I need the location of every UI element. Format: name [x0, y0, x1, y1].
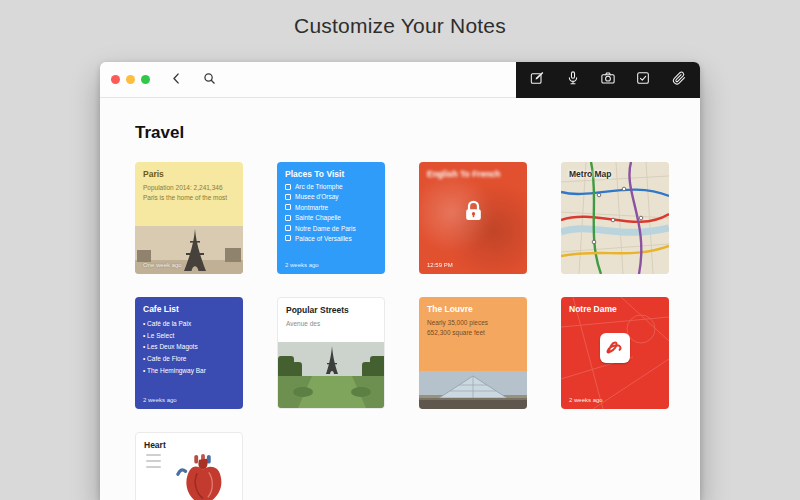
- section-title: Travel: [135, 123, 665, 143]
- note-card-cafe-list[interactable]: Cafe List Café de la Paix Le Select Les …: [135, 297, 243, 409]
- checklist-label: Musee d'Orsay: [295, 193, 339, 200]
- garden-photo: [278, 342, 385, 408]
- attachment-button[interactable]: [665, 66, 693, 94]
- list-item: Les Deux Magots: [143, 341, 235, 353]
- checklist-item[interactable]: Notre Dame de Paris: [285, 225, 377, 232]
- list-item: Café de la Paix: [143, 318, 235, 330]
- camera-icon: [600, 70, 616, 89]
- checklist-label: Palace of Versailles: [295, 235, 352, 242]
- annotation-line: [146, 466, 161, 468]
- search-icon: [202, 71, 217, 89]
- checklist-button[interactable]: [629, 66, 657, 94]
- record-audio-button[interactable]: [559, 66, 587, 94]
- checklist-label: Montmartre: [295, 204, 328, 211]
- note-body-line: Nearly 35,000 pieces: [427, 318, 519, 328]
- checklist-label: Sainte Chapelle: [295, 214, 341, 221]
- window-controls: [100, 75, 160, 84]
- note-body-line: Population 2014: 2,241,346: [143, 183, 235, 193]
- checkbox-icon[interactable]: [285, 184, 291, 190]
- note-title: The Louvre: [427, 304, 519, 314]
- annotation-line: [146, 460, 161, 462]
- checklist-item[interactable]: Arc de Triomphe: [285, 183, 377, 190]
- list-item: Le Select: [143, 330, 235, 342]
- note-timestamp: One week ago: [143, 262, 182, 268]
- note-card-metro-map[interactable]: Metro Map: [561, 162, 669, 274]
- checklist-item[interactable]: Sainte Chapelle: [285, 214, 377, 221]
- pdf-icon: [600, 333, 630, 363]
- checklist-icon: [635, 70, 651, 89]
- note-title: Cafe List: [143, 304, 235, 314]
- attachment-icon: [671, 70, 687, 89]
- note-title: Metro Map: [569, 169, 612, 179]
- checkbox-icon[interactable]: [285, 225, 291, 231]
- checklist-item[interactable]: Palace of Versailles: [285, 235, 377, 242]
- note-body-line: 652,300 square feet: [427, 328, 519, 338]
- note-card-paris[interactable]: Paris Population 2014: 2,241,346 Paris i…: [135, 162, 243, 274]
- note-title: Paris: [143, 169, 235, 179]
- note-grid: Paris Population 2014: 2,241,346 Paris i…: [135, 162, 665, 500]
- zoom-window-button[interactable]: [141, 75, 150, 84]
- checkbox-icon[interactable]: [285, 235, 291, 241]
- annotation-line: [146, 454, 161, 456]
- back-button[interactable]: [160, 62, 193, 97]
- note-actions-toolbar: [516, 62, 700, 98]
- back-chevron-icon: [169, 71, 184, 89]
- note-title: Notre Dame: [569, 304, 661, 314]
- note-title: Heart: [144, 440, 234, 450]
- page-title: Customize Your Notes: [0, 14, 800, 38]
- note-card-heart[interactable]: Heart: [135, 432, 243, 500]
- note-card-notre-dame[interactable]: Notre Dame 2 weeks ago: [561, 297, 669, 409]
- compose-button[interactable]: [523, 66, 551, 94]
- note-card-places-to-visit[interactable]: Places To Visit Arc de Triomphe Musee d'…: [277, 162, 385, 274]
- checkbox-icon[interactable]: [285, 194, 291, 200]
- compose-icon: [529, 70, 545, 89]
- note-timestamp: 2 weeks ago: [569, 397, 603, 403]
- louvre-photo: [419, 371, 527, 409]
- search-button[interactable]: [193, 62, 226, 97]
- note-body-line: Paris is the home of the most: [143, 193, 235, 203]
- checklist-label: Notre Dame de Paris: [295, 225, 356, 232]
- note-body-line: Avenue des: [286, 319, 376, 329]
- app-window: Travel Paris Population 2014: 2,241,346 …: [100, 62, 700, 500]
- lock-icon: [419, 198, 527, 225]
- note-title: English To French: [427, 169, 519, 179]
- checklist-item[interactable]: Musee d'Orsay: [285, 193, 377, 200]
- note-card-locked[interactable]: English To French 12:59 PM: [419, 162, 527, 274]
- note-timestamp: 12:59 PM: [427, 262, 453, 268]
- minimize-window-button[interactable]: [126, 75, 135, 84]
- list-item: Cafe de Flore: [143, 353, 235, 365]
- list-item: The Hemingway Bar: [143, 365, 235, 377]
- checkbox-icon[interactable]: [285, 215, 291, 221]
- checklist-label: Arc de Triomphe: [295, 183, 343, 190]
- note-timestamp: 2 weeks ago: [143, 397, 177, 403]
- close-window-button[interactable]: [111, 75, 120, 84]
- notes-grid-view: Travel Paris Population 2014: 2,241,346 …: [100, 98, 700, 500]
- checkbox-icon[interactable]: [285, 204, 291, 210]
- camera-button[interactable]: [594, 66, 622, 94]
- note-title: Popular Streets: [286, 305, 376, 315]
- note-title: Places To Visit: [285, 169, 377, 179]
- microphone-icon: [565, 70, 581, 89]
- note-card-popular-streets[interactable]: Popular Streets Avenue des: [277, 297, 385, 409]
- checklist-item[interactable]: Montmartre: [285, 204, 377, 211]
- note-card-the-louvre[interactable]: The Louvre Nearly 35,000 pieces 652,300 …: [419, 297, 527, 409]
- note-timestamp: 2 weeks ago: [285, 262, 319, 268]
- toolbar: [100, 62, 700, 98]
